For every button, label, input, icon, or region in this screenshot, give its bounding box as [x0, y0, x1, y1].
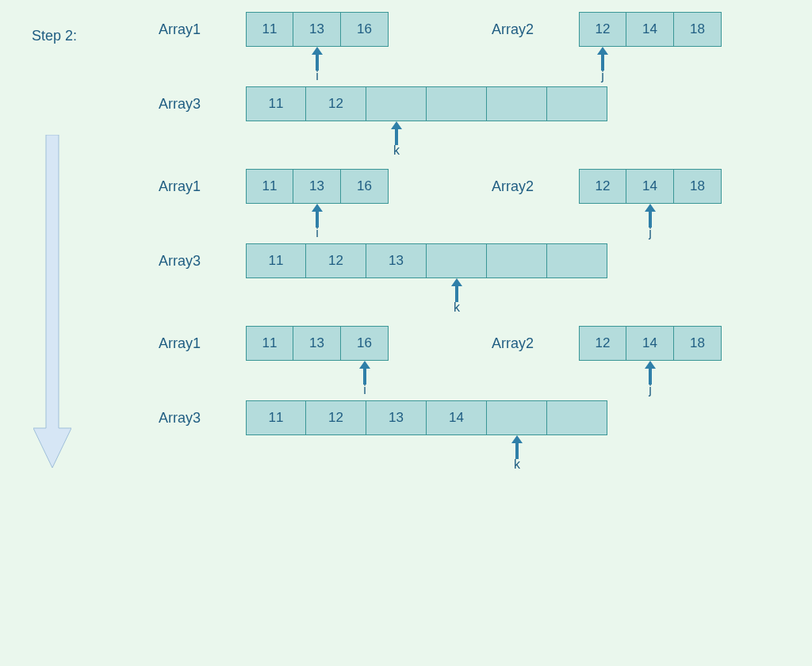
pointer-j-label: j	[649, 383, 652, 397]
array-cell: 16	[341, 326, 389, 361]
array-cell	[487, 243, 547, 278]
array-cell: 16	[341, 169, 389, 204]
array-cell: 14	[626, 12, 674, 47]
array-cell: 14	[626, 326, 674, 361]
pointer-j: j	[626, 361, 674, 397]
diagram-content: Array1 11 13 16 i Array2 12 14 18	[159, 12, 793, 457]
array1-label: Array1	[159, 12, 246, 38]
array-cell: 12	[306, 86, 366, 121]
array2-boxes: 12 14 18 j	[579, 12, 722, 47]
array-cell: 11	[246, 400, 306, 435]
array-cell: 16	[341, 12, 389, 47]
array-cell	[547, 86, 607, 121]
array-cell	[487, 86, 547, 121]
array3-label: Array3	[159, 243, 246, 270]
array1-boxes: 11 13 16 i	[246, 169, 389, 204]
array-cell: 13	[293, 169, 341, 204]
array2-label: Array2	[492, 169, 579, 204]
iteration-3: Array1 11 13 16 i Array2 12 14 18	[159, 326, 793, 435]
array2-boxes: 12 14 18 j	[579, 326, 722, 361]
array-cell: 11	[246, 326, 293, 361]
pointer-j: j	[626, 204, 674, 240]
array-cell	[547, 400, 607, 435]
array2-label: Array2	[492, 326, 579, 361]
flow-arrow-icon	[33, 135, 71, 468]
array-cell: 12	[306, 243, 366, 278]
iteration-1: Array1 11 13 16 i Array2 12 14 18	[159, 12, 793, 121]
pointer-k-label: k	[393, 144, 400, 158]
pointer-k: k	[427, 278, 487, 315]
array-cell	[366, 86, 427, 121]
pointer-i-label: i	[316, 69, 319, 83]
array2-label: Array2	[492, 12, 579, 47]
pointer-k-label: k	[514, 457, 520, 472]
pointer-i: i	[341, 361, 389, 397]
pointer-j: j	[579, 47, 626, 83]
array-cell: 18	[674, 169, 722, 204]
array-cell: 11	[246, 169, 293, 204]
array3-label: Array3	[159, 400, 246, 427]
step-label: Step 2:	[32, 28, 77, 44]
pointer-k: k	[366, 121, 427, 158]
pointer-i: i	[293, 47, 341, 83]
array-cell: 18	[674, 12, 722, 47]
array-cell: 12	[579, 326, 626, 361]
array1-boxes: 11 13 16 i	[246, 326, 389, 361]
array2-boxes: 12 14 18 j	[579, 169, 722, 204]
array-cell	[427, 243, 487, 278]
array-cell	[547, 243, 607, 278]
array-cell	[427, 86, 487, 121]
array-cell: 13	[293, 12, 341, 47]
array-cell: 18	[674, 326, 722, 361]
array-cell: 11	[246, 243, 306, 278]
iteration-2: Array1 11 13 16 i Array2 12 14 18	[159, 169, 793, 278]
array1-boxes: 11 13 16 i	[246, 12, 389, 47]
pointer-i-label: i	[363, 383, 366, 397]
array-cell: 13	[366, 400, 427, 435]
array-cell: 11	[246, 12, 293, 47]
array-cell: 14	[427, 400, 487, 435]
array1-label: Array1	[159, 169, 246, 195]
array-cell: 12	[579, 169, 626, 204]
array-cell: 11	[246, 86, 306, 121]
pointer-j-label: j	[601, 69, 604, 83]
pointer-k: k	[487, 435, 547, 472]
array-cell: 13	[293, 326, 341, 361]
array1-label: Array1	[159, 326, 246, 352]
pointer-k-label: k	[454, 300, 460, 315]
pointer-i: i	[293, 204, 341, 240]
pointer-i-label: i	[316, 226, 319, 240]
array-cell: 12	[306, 400, 366, 435]
array-cell	[487, 400, 547, 435]
array-cell: 12	[579, 12, 626, 47]
pointer-j-label: j	[649, 226, 652, 240]
array3-boxes: 11 12 13 k	[246, 243, 607, 278]
array-cell: 14	[626, 169, 674, 204]
array3-label: Array3	[159, 86, 246, 113]
array3-boxes: 11 12 13 14 k	[246, 400, 607, 435]
array-cell: 13	[366, 243, 427, 278]
array3-boxes: 11 12 k	[246, 86, 607, 121]
